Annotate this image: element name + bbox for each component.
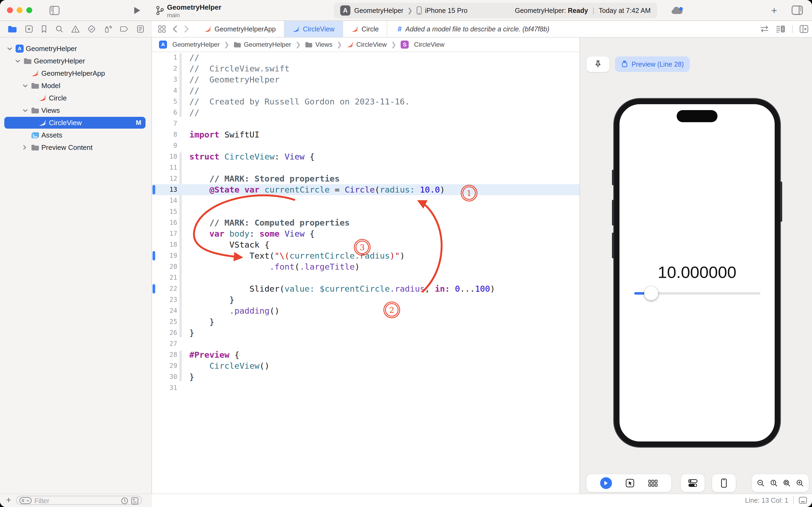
variants-mode-button[interactable] xyxy=(648,479,658,487)
code-line-22[interactable]: 22 Slider(value: $currentCircle.radius, … xyxy=(152,283,579,294)
cloud-sync-icon[interactable] xyxy=(671,6,683,15)
code-line-20[interactable]: 20 .font(.largeTitle) xyxy=(152,261,579,272)
line-number: 24 xyxy=(152,305,177,316)
tree-item-geometryhelperapp[interactable]: GeometryHelperApp xyxy=(0,67,152,79)
code-review-icon[interactable] xyxy=(760,25,769,33)
new-tab-button[interactable]: + xyxy=(771,5,777,16)
add-editor-icon[interactable] xyxy=(800,25,808,33)
find-navigator-icon[interactable] xyxy=(55,25,63,33)
tree-item-circle[interactable]: Circle xyxy=(0,92,152,104)
report-navigator-icon[interactable] xyxy=(137,25,144,33)
code-line-26[interactable]: 26} xyxy=(152,327,579,338)
code-line-31[interactable]: 31 xyxy=(152,382,579,393)
code-line-4[interactable]: 4// xyxy=(152,85,579,96)
run-button[interactable] xyxy=(134,6,141,14)
tab-circleview[interactable]: CircleView xyxy=(284,21,343,37)
zoom-in-icon[interactable] xyxy=(796,479,804,487)
code-line-12[interactable]: 12 // MARK: Stored properties xyxy=(152,173,579,184)
code-line-8[interactable]: 8import SwiftUI xyxy=(152,129,579,140)
radius-slider[interactable] xyxy=(634,292,760,295)
code-line-13[interactable]: 13 @State var currentCircle = Circle(rad… xyxy=(152,184,579,195)
code-line-10[interactable]: 10struct CircleView: View { xyxy=(152,151,579,162)
add-file-button[interactable]: + xyxy=(6,495,11,505)
disclosure-down-icon[interactable] xyxy=(7,47,12,51)
code-line-11[interactable]: 11 xyxy=(152,162,579,173)
code-line-16[interactable]: 16 // MARK: Computed properties xyxy=(152,217,579,228)
recent-files-filter-icon[interactable] xyxy=(121,497,128,505)
scm-status-filter-icon[interactable] xyxy=(131,497,138,505)
code-line-1[interactable]: 1// xyxy=(152,52,579,63)
crash-navigator-icon[interactable] xyxy=(25,25,33,33)
tab-geometryhelperapp[interactable]: GeometryHelperApp xyxy=(196,21,284,37)
tab-overview-icon[interactable] xyxy=(158,25,166,33)
back-button[interactable] xyxy=(172,25,178,33)
project-navigator-icon[interactable] xyxy=(8,25,17,33)
zoom-fit-icon[interactable] xyxy=(783,479,791,487)
test-navigator-icon[interactable] xyxy=(88,25,96,33)
code-editor[interactable]: 1//2// CircleView.swift3// GeometryHelpe… xyxy=(152,52,579,494)
close-window-button[interactable] xyxy=(7,7,13,13)
code-line-5[interactable]: 5// Created by Russell Gordon on 2023-11… xyxy=(152,96,579,107)
tree-item-geometryhelper[interactable]: GeometryHelper xyxy=(0,55,152,67)
zoom-100-icon[interactable] xyxy=(770,479,778,487)
minimize-window-button[interactable] xyxy=(17,7,22,13)
disclosure-right-icon[interactable] xyxy=(22,145,26,150)
tree-item-views[interactable]: Views xyxy=(0,104,152,117)
debug-navigator-icon[interactable] xyxy=(104,25,112,33)
code-line-24[interactable]: 24 .padding() xyxy=(152,305,579,316)
preview-target-chip[interactable]: Preview (Line 28) xyxy=(615,56,690,72)
code-line-9[interactable]: 9 xyxy=(152,140,579,151)
scheme-project[interactable]: GeometryHelper xyxy=(354,7,403,14)
tab-circle[interactable]: Circle xyxy=(343,21,388,37)
code-line-3[interactable]: 3// GeometryHelper xyxy=(152,74,579,85)
code-line-29[interactable]: 29 CircleView() xyxy=(152,360,579,372)
selectable-mode-button[interactable] xyxy=(625,478,635,488)
code-line-7[interactable]: 7 xyxy=(152,118,579,129)
line-number: 13 xyxy=(152,184,177,195)
source-control-note[interactable]: # Added a model file to describe a circl… xyxy=(397,25,549,33)
filter-menu-icon[interactable] xyxy=(19,497,32,504)
breadcrumb-group[interactable]: GeometryHelper xyxy=(244,41,291,48)
device-settings-button[interactable] xyxy=(681,474,705,492)
tree-item-preview-content[interactable]: Preview Content xyxy=(0,141,152,154)
breadcrumb-project[interactable]: GeometryHelper xyxy=(172,41,220,48)
forward-button[interactable] xyxy=(184,25,189,33)
code-line-30[interactable]: 30} xyxy=(152,372,579,382)
breadcrumb-views[interactable]: Views xyxy=(315,41,333,48)
breakpoint-navigator-icon[interactable] xyxy=(120,25,129,33)
code-line-25[interactable]: 25 } xyxy=(152,316,579,327)
code-line-27[interactable]: 27 xyxy=(152,338,579,349)
disclosure-down-icon[interactable] xyxy=(22,109,28,112)
minimap-icon[interactable] xyxy=(776,25,785,33)
toggle-inspector-icon[interactable] xyxy=(792,5,803,15)
tree-item-model[interactable]: Model xyxy=(0,79,152,92)
scheme-device[interactable]: iPhone 15 Pro xyxy=(425,7,467,14)
toggle-navigator-icon[interactable] xyxy=(49,6,60,15)
code-line-15[interactable]: 15 xyxy=(152,206,579,217)
tree-item-assets[interactable]: Assets xyxy=(0,129,152,141)
filter-field[interactable]: Filter xyxy=(16,496,142,505)
breadcrumb-symbol[interactable]: CircleView xyxy=(414,41,445,48)
zoom-window-button[interactable] xyxy=(26,7,32,13)
tree-item-geometryhelper[interactable]: AGeometryHelper xyxy=(0,43,152,55)
code-line-23[interactable]: 23 } xyxy=(152,294,579,305)
code-line-14[interactable]: 14 xyxy=(152,195,579,206)
preview-device-button[interactable] xyxy=(712,474,736,492)
breadcrumb-file[interactable]: CircleView xyxy=(356,41,387,48)
tree-item-circleview[interactable]: CircleViewM xyxy=(0,117,152,129)
live-preview-button[interactable] xyxy=(600,477,612,489)
code-line-6[interactable]: 6// xyxy=(152,107,579,118)
disclosure-down-icon[interactable] xyxy=(15,59,20,63)
pin-preview-button[interactable] xyxy=(586,56,610,72)
zoom-out-icon[interactable] xyxy=(757,479,765,487)
issue-navigator-icon[interactable] xyxy=(71,25,80,33)
scheme-selector[interactable]: A GeometryHelper ❯ iPhone 15 Pro Geometr… xyxy=(334,3,657,18)
code-line-28[interactable]: 28#Preview { xyxy=(152,349,579,360)
code-line-17[interactable]: 17 var body: some View { xyxy=(152,228,579,239)
disclosure-down-icon[interactable] xyxy=(22,84,28,88)
editor-layout-icon[interactable] xyxy=(799,497,807,504)
slider-thumb[interactable] xyxy=(644,286,658,300)
bookmark-navigator-icon[interactable] xyxy=(41,25,47,33)
code-line-2[interactable]: 2// CircleView.swift xyxy=(152,63,579,74)
code-line-21[interactable]: 21 xyxy=(152,272,579,283)
